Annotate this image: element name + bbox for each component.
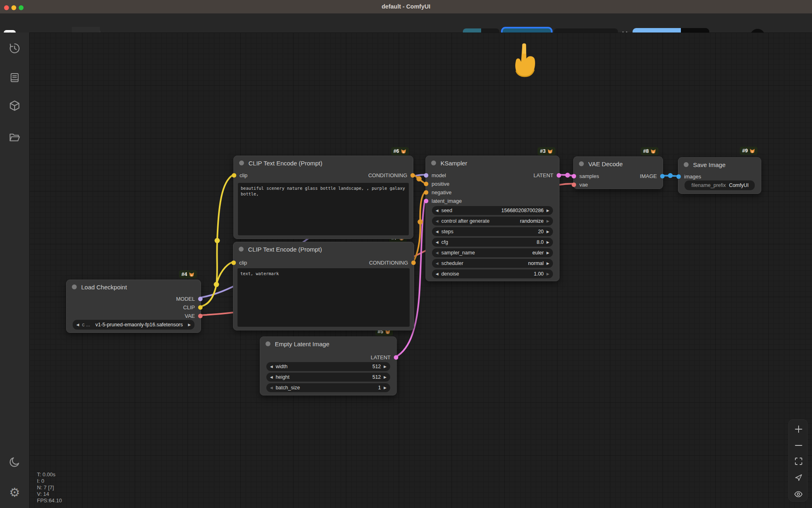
next-arrow-icon[interactable]: ▶ — [384, 376, 387, 379]
output-port-conditioning[interactable] — [411, 261, 416, 265]
collapse-dot[interactable] — [239, 247, 244, 252]
node-badge: #4 — [179, 270, 197, 278]
input-label: clip — [239, 260, 247, 266]
sidebar-item-queue[interactable] — [7, 70, 22, 85]
collapse-dot[interactable] — [239, 161, 244, 165]
next-arrow-icon[interactable]: ▶ — [546, 241, 549, 244]
fox-icon — [401, 149, 406, 154]
stat-version: V: 14 — [37, 491, 62, 497]
prev-arrow-icon[interactable]: ◀ — [436, 219, 438, 223]
input-port-negative[interactable] — [424, 190, 428, 195]
sampler-name-widget[interactable]: ◀ sampler_name euler ▶ — [432, 248, 553, 257]
input-port-positive[interactable] — [424, 182, 428, 186]
steps-widget[interactable]: ◀ steps 20 ▶ — [432, 227, 553, 236]
output-port-image[interactable] — [660, 174, 665, 178]
next-arrow-icon[interactable]: ▶ — [546, 219, 549, 223]
output-port-vae[interactable] — [198, 314, 203, 318]
next-arrow-icon[interactable]: ▶ — [188, 323, 191, 327]
fit-view-button[interactable] — [793, 455, 804, 467]
input-label: images — [684, 174, 701, 180]
fit-view-icon — [795, 457, 803, 465]
folder-open-icon — [9, 132, 21, 144]
cube-icon — [9, 100, 21, 112]
prev-arrow-icon[interactable]: ◀ — [76, 323, 79, 327]
widget-value: ComfyUI — [729, 182, 751, 188]
node-badge: #9 — [740, 147, 758, 155]
input-port-images[interactable] — [676, 174, 681, 179]
node-title: CLIP Text Encode (Prompt) — [248, 160, 322, 167]
control-after-generate-widget[interactable]: ◀ control after generate randomize ▶ — [432, 217, 553, 226]
output-port-conditioning[interactable] — [410, 173, 415, 178]
prev-arrow-icon[interactable]: ◀ — [436, 272, 438, 276]
output-label: CONDITIONING — [369, 260, 408, 266]
width-widget[interactable]: ◀ width 512 ▶ — [266, 362, 390, 371]
node-save-image[interactable]: Save Image images filename_prefix ComfyU… — [678, 157, 761, 194]
sidebar: ⚙ — [0, 33, 29, 508]
next-arrow-icon[interactable]: ▶ — [384, 365, 387, 369]
sidebar-item-node-library[interactable] — [7, 98, 22, 113]
ckpt-name-combo-widget[interactable]: ◀ c ... v1-5-pruned-emaonly-fp16.safeten… — [73, 320, 194, 330]
input-port-model[interactable] — [424, 173, 428, 178]
prev-arrow-icon[interactable]: ◀ — [436, 241, 438, 244]
next-arrow-icon[interactable]: ▶ — [546, 209, 549, 213]
settings-button[interactable]: ⚙ — [7, 484, 22, 500]
input-port-samples[interactable] — [572, 174, 576, 178]
node-title: Empty Latent Image — [275, 341, 329, 347]
prev-arrow-icon[interactable]: ◀ — [270, 376, 273, 379]
output-port-latent[interactable] — [557, 173, 561, 178]
input-port-clip[interactable] — [232, 173, 236, 178]
node-ksampler[interactable]: KSampler model LATENT positive negative … — [425, 156, 559, 281]
scheduler-widget[interactable]: ◀ scheduler normal ▶ — [432, 259, 553, 268]
node-empty-latent-image[interactable]: Empty Latent Image LATENT ◀ width 512 ▶ … — [260, 336, 397, 395]
next-arrow-icon[interactable]: ▶ — [546, 251, 549, 255]
collapse-dot[interactable] — [72, 284, 77, 289]
prompt-textarea[interactable]: text, watermark — [238, 268, 410, 327]
toggle-link-visibility-button[interactable] — [793, 488, 804, 500]
node-badge: #3 — [538, 147, 555, 155]
node-title: CLIP Text Encode (Prompt) — [248, 246, 322, 253]
input-port-latent-image[interactable] — [424, 199, 428, 203]
filename-prefix-widget[interactable]: filename_prefix ComfyUI — [685, 180, 755, 190]
prev-arrow-icon[interactable]: ◀ — [436, 230, 438, 234]
prev-arrow-icon[interactable]: ◀ — [436, 209, 438, 213]
collapse-dot[interactable] — [684, 162, 689, 167]
output-port-clip[interactable] — [198, 305, 203, 310]
prev-arrow-icon[interactable]: ◀ — [436, 251, 438, 255]
theme-toggle-button[interactable] — [7, 454, 22, 470]
input-port-clip[interactable] — [231, 261, 236, 265]
stat-nodes: N: 7 [7] — [37, 484, 62, 491]
cursor-arrow-icon — [795, 473, 803, 482]
prev-arrow-icon[interactable]: ◀ — [436, 262, 438, 265]
next-arrow-icon[interactable]: ▶ — [546, 262, 549, 265]
node-clip-text-encode-negative[interactable]: CLIP Text Encode (Prompt) clip CONDITION… — [233, 242, 414, 330]
output-port-latent[interactable] — [394, 355, 398, 360]
collapse-dot[interactable] — [266, 341, 270, 346]
next-arrow-icon[interactable]: ▶ — [546, 272, 549, 276]
zoom-in-button[interactable] — [793, 423, 804, 435]
collapse-dot[interactable] — [431, 161, 436, 165]
output-port-model[interactable] — [198, 297, 203, 301]
sidebar-item-history[interactable] — [7, 41, 22, 56]
input-port-vae[interactable] — [572, 182, 576, 187]
denoise-widget[interactable]: ◀ denoise 1.00 ▶ — [432, 269, 553, 278]
pointing-hand-cursor — [512, 41, 538, 78]
height-widget[interactable]: ◀ height 512 ▶ — [266, 373, 390, 382]
node-vae-decode[interactable]: VAE Decode samples IMAGE vae — [573, 156, 663, 189]
collapse-dot[interactable] — [579, 161, 584, 166]
next-arrow-icon[interactable]: ▶ — [384, 386, 387, 390]
stat-time: T: 0.00s — [37, 471, 62, 478]
node-clip-text-encode-positive[interactable]: CLIP Text Encode (Prompt) clip CONDITION… — [233, 156, 413, 239]
fox-icon — [547, 149, 553, 154]
pan-mode-button[interactable] — [793, 471, 804, 483]
sidebar-item-workflows[interactable] — [7, 130, 22, 145]
graph-canvas[interactable] — [29, 33, 812, 508]
zoom-out-button[interactable] — [793, 439, 804, 451]
batch-size-widget[interactable]: ◀ batch_size 1 ▶ — [266, 383, 390, 392]
node-load-checkpoint[interactable]: Load Checkpoint MODEL CLIP VAE ◀ c ... v… — [66, 280, 201, 333]
prev-arrow-icon[interactable]: ◀ — [270, 386, 273, 390]
prompt-textarea[interactable]: beautiful scenery nature glass bottle la… — [238, 183, 409, 235]
prev-arrow-icon[interactable]: ◀ — [270, 365, 273, 369]
cfg-widget[interactable]: ◀ cfg 8.0 ▶ — [432, 238, 553, 247]
seed-widget[interactable]: ◀ seed 156680208700286 ▶ — [432, 206, 553, 215]
next-arrow-icon[interactable]: ▶ — [546, 230, 549, 234]
